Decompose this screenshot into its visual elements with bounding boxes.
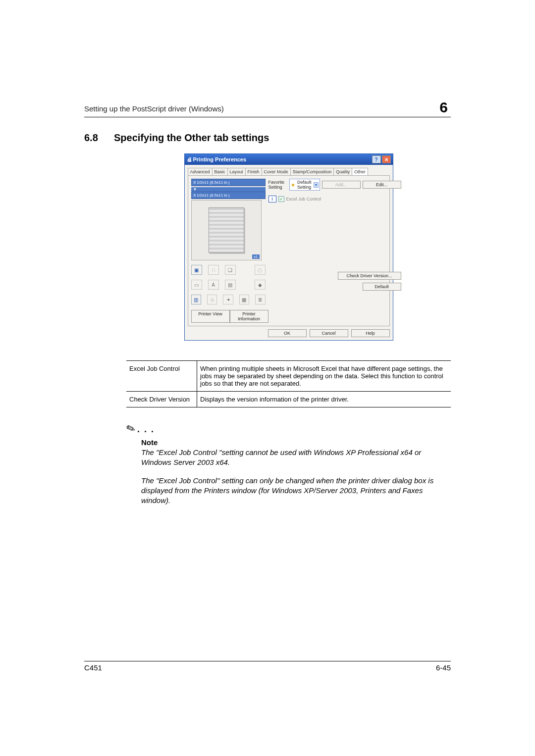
icon-11[interactable]: ✦ [223, 295, 233, 304]
icon-3[interactable]: ❏ [225, 265, 236, 275]
tab-other[interactable]: Other [352, 168, 368, 175]
icon-4[interactable]: ◌ [255, 265, 266, 275]
dialog-titlebar[interactable]: 🖨 Printing Preferences ? ✕ [185, 154, 393, 165]
note-paragraph: The "Excel Job Control" setting can only… [141, 476, 451, 506]
tab-basic[interactable]: Basic [212, 168, 228, 175]
icon-13[interactable]: ≣ [255, 295, 265, 304]
add-button[interactable]: Add... [322, 181, 361, 189]
info-icon[interactable]: i [268, 196, 276, 202]
preview-sheet [209, 207, 244, 253]
table-row: Excel Job Control When printing multiple… [126, 361, 451, 392]
cell-desc: When printing multiple sheets in Microso… [197, 361, 451, 392]
table-row: Check Driver Version Displays the versio… [126, 392, 451, 407]
icon-a[interactable]: A [208, 280, 219, 290]
scale-tag: x1 [252, 254, 259, 259]
note-heading: Note [141, 438, 451, 447]
printing-preferences-dialog: 🖨 Printing Preferences ? ✕ Advanced Basi… [184, 153, 393, 341]
tab-stamp[interactable]: Stamp/Composition [290, 168, 334, 175]
tab-advanced[interactable]: Advanced [188, 168, 213, 175]
printer-info-button[interactable]: Printer Information [230, 310, 268, 323]
check-version-button[interactable]: Check Driver Version... [338, 272, 401, 280]
paper-to: 8 1/2x11 (8.5x11 in.) [191, 192, 266, 199]
icon-7[interactable]: ▤ [225, 280, 236, 290]
edit-button[interactable]: Edit... [363, 181, 401, 189]
excel-label: Excel Job Control [286, 197, 321, 202]
cell-name: Excel Job Control [126, 361, 197, 392]
icon-10[interactable]: ♘ [207, 295, 217, 304]
section-number: 6.8 [84, 132, 114, 144]
note-paragraph: The "Excel Job Control "setting cannot b… [141, 448, 451, 468]
tab-cover-mode[interactable]: Cover Mode [262, 168, 291, 175]
footer-right: 6-45 [436, 663, 451, 672]
output-icon[interactable]: ▣ [191, 265, 202, 275]
favorite-dropdown[interactable]: ★ Default Setting ▾ [289, 179, 320, 191]
pencil-icon: ✎ [124, 421, 137, 437]
arrow-down-icon: ▼ [191, 187, 266, 192]
chevron-down-icon[interactable]: ▾ [314, 182, 319, 188]
star-icon: ★ [291, 182, 295, 188]
icon-8[interactable]: ◆ [255, 280, 266, 290]
ellipsis-icon: . . . [137, 424, 155, 434]
tab-layout[interactable]: Layout [227, 168, 246, 175]
dialog-title: Printing Preferences [192, 156, 371, 162]
cell-name: Check Driver Version [126, 392, 197, 407]
breadcrumb: Setting up the PostScript driver (Window… [84, 104, 224, 116]
note-block: ✎. . . Note The "Excel Job Control "sett… [126, 422, 451, 505]
help-button[interactable]: Help [351, 329, 390, 337]
cell-desc: Displays the version information of the … [197, 392, 451, 407]
icon-2[interactable]: ∷ [208, 265, 219, 275]
footer-left: C451 [84, 663, 102, 672]
close-icon[interactable]: ✕ [382, 155, 391, 163]
favorite-value: Default Setting [297, 180, 312, 190]
help-icon[interactable]: ? [372, 155, 381, 163]
chapter-number: 6 [436, 99, 451, 116]
tab-finish[interactable]: Finish [245, 168, 262, 175]
page-footer: C451 6-45 [84, 661, 451, 672]
tab-quality[interactable]: Quality [333, 168, 352, 175]
icon-9[interactable]: ▥ [191, 295, 201, 304]
excel-checkbox[interactable]: ✓ [278, 196, 284, 202]
icon-12[interactable]: ▦ [239, 295, 249, 304]
paper-from: 8 1/2x11 (8.5x11 in.) [191, 179, 266, 186]
ok-button[interactable]: OK [268, 329, 307, 337]
printer-icon: 🖨 [187, 156, 192, 162]
page-header: Setting up the PostScript driver (Window… [84, 99, 451, 117]
default-button[interactable]: Default [363, 283, 401, 291]
section-title: Specifying the Other tab settings [114, 132, 269, 143]
settings-table: Excel Job Control When printing multiple… [126, 360, 451, 407]
icon-5[interactable]: ▭ [191, 280, 202, 290]
page-preview: x1 [191, 200, 262, 260]
cancel-button[interactable]: Cancel [310, 329, 348, 337]
section-heading: 6.8Specifying the Other tab settings [84, 132, 451, 144]
favorite-label: Favorite Setting [268, 180, 285, 190]
tab-bar: Advanced Basic Layout Finish Cover Mode … [185, 165, 393, 175]
printer-view-button[interactable]: Printer View [191, 310, 230, 323]
